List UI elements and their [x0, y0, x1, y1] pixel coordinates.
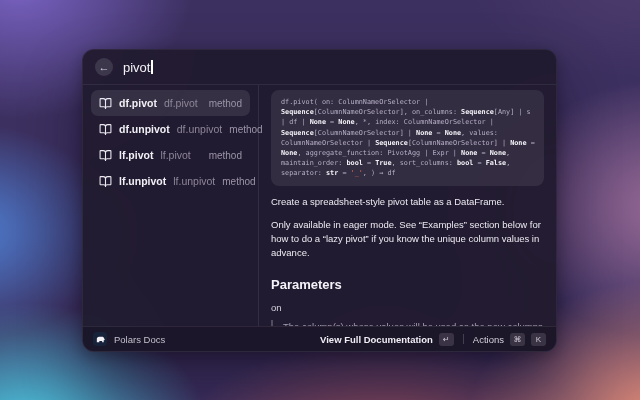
app-name: Polars Docs: [114, 334, 165, 345]
code-line: ColumnNameOrSelector | Sequence[ColumnNa…: [281, 138, 534, 148]
signature-code-block: df.pivot( on: ColumnNameOrSelector |Sequ…: [271, 90, 544, 186]
search-query-text: pivot: [123, 60, 150, 75]
result-kind-badge: method: [209, 98, 242, 109]
footer-bar: Polars Docs View Full Documentation ↵ Ac…: [83, 326, 556, 351]
result-context: df.pivot: [164, 97, 198, 109]
detail-panel[interactable]: df.pivot( on: ColumnNameOrSelector |Sequ…: [259, 85, 556, 326]
description-paragraph: Create a spreadsheet-style pivot table a…: [271, 195, 544, 209]
code-line: Sequence[ColumnNameOrSelector], on_colum…: [281, 107, 534, 117]
back-button[interactable]: ←: [95, 58, 113, 76]
content-area: df.pivotdf.pivotmethoddf.unpivotdf.unpiv…: [83, 85, 556, 326]
result-context: lf.unpivot: [173, 175, 215, 187]
result-kind-badge: method: [222, 176, 255, 187]
parameter-name: on: [271, 302, 544, 313]
description-paragraph: Only available in eager mode. See “Examp…: [271, 218, 544, 261]
command-key-icon: ⌘: [510, 333, 525, 346]
search-input[interactable]: pivot: [123, 60, 153, 75]
code-line: | df | None = None, *, index: ColumnName…: [281, 117, 534, 127]
result-name: df.unpivot: [119, 123, 170, 135]
search-bar: ← pivot: [83, 50, 556, 85]
result-name: df.pivot: [119, 97, 157, 109]
result-row[interactable]: df.unpivotdf.unpivotmethod: [91, 116, 250, 142]
text-caret: [151, 60, 153, 74]
book-open-icon: [99, 175, 112, 188]
k-key-icon: K: [531, 333, 546, 346]
book-open-icon: [99, 149, 112, 162]
result-row[interactable]: lf.unpivotlf.unpivotmethod: [91, 168, 250, 194]
footer-divider: [463, 334, 464, 344]
actions-button[interactable]: Actions ⌘ K: [473, 333, 546, 346]
code-line: maintain_order: bool = True, sort_column…: [281, 158, 534, 168]
result-kind-badge: method: [209, 150, 242, 161]
results-list: df.pivotdf.pivotmethoddf.unpivotdf.unpiv…: [83, 85, 259, 326]
result-name: lf.unpivot: [119, 175, 166, 187]
result-context: df.unpivot: [177, 123, 223, 135]
code-line: None, aggregate_function: PivotAgg | Exp…: [281, 148, 534, 158]
result-name: lf.pivot: [119, 149, 153, 161]
view-full-documentation-label: View Full Documentation: [320, 334, 433, 345]
code-line: separator: str = '_', ) → df: [281, 168, 534, 178]
code-line: Sequence[ColumnNameOrSelector] | None = …: [281, 128, 534, 138]
result-row[interactable]: lf.pivotlf.pivotmethod: [91, 142, 250, 168]
result-row[interactable]: df.pivotdf.pivotmethod: [91, 90, 250, 116]
book-open-icon: [99, 97, 112, 110]
result-context: lf.pivot: [160, 149, 190, 161]
polars-logo-icon: [93, 332, 107, 346]
book-open-icon: [99, 123, 112, 136]
result-kind-badge: method: [229, 124, 262, 135]
actions-label: Actions: [473, 334, 504, 345]
return-key-icon: ↵: [439, 333, 454, 346]
parameters-heading: Parameters: [271, 277, 544, 292]
code-line: df.pivot( on: ColumnNameOrSelector |: [281, 97, 534, 107]
back-arrow-icon: ←: [99, 58, 110, 76]
view-full-documentation-button[interactable]: View Full Documentation ↵: [320, 333, 454, 346]
search-palette-window: ← pivot df.pivotdf.pivotmethoddf.unpivot…: [82, 49, 557, 352]
